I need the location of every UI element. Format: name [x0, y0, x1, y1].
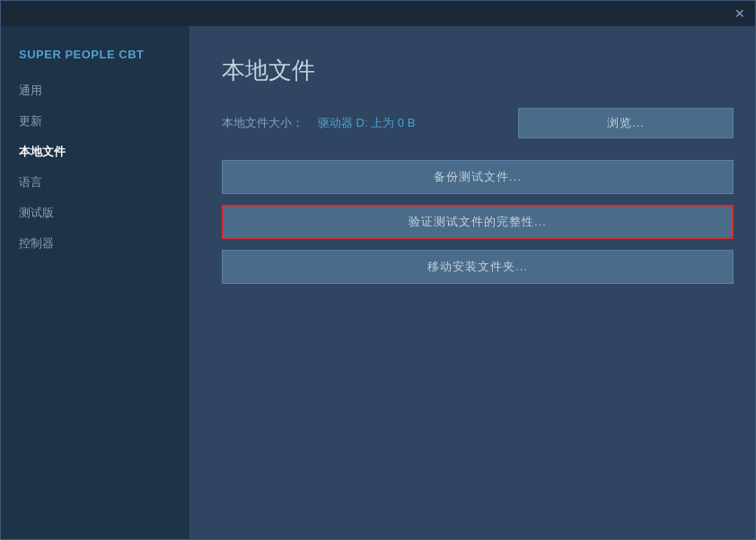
- sidebar-item-updates[interactable]: 更新: [1, 106, 189, 137]
- sidebar-item-language[interactable]: 语言: [1, 167, 189, 198]
- verify-button[interactable]: 验证测试文件的完整性...: [222, 205, 734, 239]
- sidebar-item-local-files[interactable]: 本地文件: [1, 137, 189, 167]
- app-window: ✕ SUPER PEOPLE CBT 通用 更新 本地文件 语言 测试版 控制器…: [0, 0, 756, 540]
- move-button[interactable]: 移动安装文件夹...: [222, 250, 734, 284]
- browse-button[interactable]: 浏览...: [518, 108, 734, 138]
- action-buttons: 备份测试文件... 验证测试文件的完整性... 移动安装文件夹...: [222, 160, 734, 284]
- main-content: 本地文件 本地文件大小： 驱动器 D: 上为 0 B 浏览... 备份测试文件.…: [189, 26, 755, 539]
- file-size-label: 本地文件大小：: [222, 115, 303, 131]
- sidebar: SUPER PEOPLE CBT 通用 更新 本地文件 语言 测试版 控制器: [1, 26, 189, 539]
- sidebar-title: SUPER PEOPLE CBT: [1, 40, 189, 75]
- backup-button[interactable]: 备份测试文件...: [222, 160, 734, 194]
- sidebar-item-general[interactable]: 通用: [1, 75, 189, 106]
- close-button[interactable]: ✕: [732, 5, 748, 22]
- content-area: SUPER PEOPLE CBT 通用 更新 本地文件 语言 测试版 控制器 本…: [1, 26, 755, 539]
- file-size-link[interactable]: 驱动器 D: 上为 0 B: [318, 115, 415, 131]
- page-title: 本地文件: [222, 55, 734, 86]
- title-bar: ✕: [1, 1, 755, 26]
- sidebar-item-controller[interactable]: 控制器: [1, 228, 189, 259]
- sidebar-item-beta[interactable]: 测试版: [1, 198, 189, 228]
- file-size-row: 本地文件大小： 驱动器 D: 上为 0 B 浏览...: [222, 108, 734, 138]
